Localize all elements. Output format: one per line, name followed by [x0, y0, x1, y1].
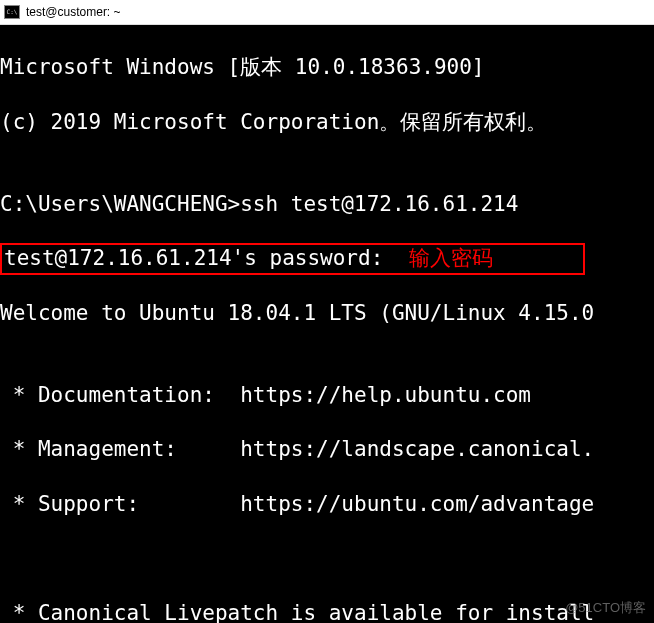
password-prompt-line: test@172.16.61.214's password: 输入密码 — [0, 245, 654, 272]
terminal-line: (c) 2019 Microsoft Corporation。保留所有权利。 — [0, 109, 654, 136]
terminal-line: * Management: https://landscape.canonica… — [0, 436, 654, 463]
terminal-line: * Canonical Livepatch is available for i… — [0, 600, 654, 623]
terminal-area[interactable]: Microsoft Windows [版本 10.0.18363.900] (c… — [0, 25, 654, 623]
terminal-line: * Documentation: https://help.ubuntu.com — [0, 382, 654, 409]
cmd-icon — [4, 5, 20, 19]
highlight-annotation: test@172.16.61.214's password: 输入密码 — [0, 243, 585, 274]
terminal-line: Microsoft Windows [版本 10.0.18363.900] — [0, 54, 654, 81]
window-titlebar[interactable]: test@customer: ~ — [0, 0, 654, 25]
terminal-line: Welcome to Ubuntu 18.04.1 LTS (GNU/Linux… — [0, 300, 654, 327]
annotation-text: 输入密码 — [409, 246, 493, 270]
window-title: test@customer: ~ — [26, 5, 121, 19]
password-prompt-text: test@172.16.61.214's password: — [4, 246, 409, 270]
terminal-line: C:\Users\WANGCHENG>ssh test@172.16.61.21… — [0, 191, 654, 218]
terminal-line: * Support: https://ubuntu.com/advantage — [0, 491, 654, 518]
watermark-text: @51CTO博客 — [565, 600, 646, 617]
